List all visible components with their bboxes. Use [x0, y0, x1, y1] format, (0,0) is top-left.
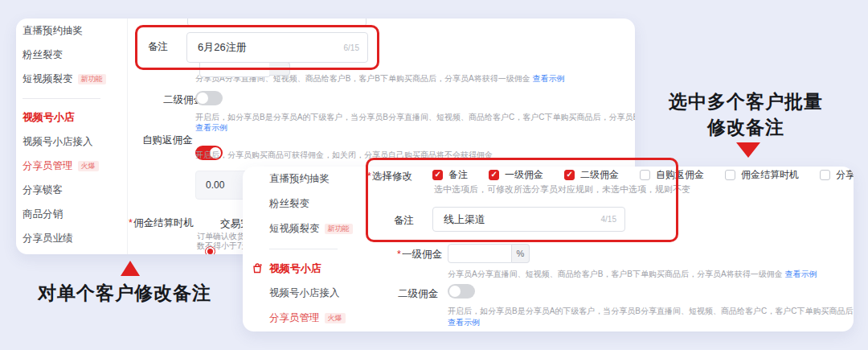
select-option[interactable]: 备注 — [432, 168, 468, 182]
select-option[interactable]: 一级佣金 — [489, 168, 543, 182]
checkbox[interactable] — [725, 170, 735, 180]
note-char-counter: 4/15 — [601, 215, 624, 224]
label-text: 选择修改 — [372, 171, 412, 182]
self-rebate-helper: 开启后，分享员购买商品可获得佣金，如关闭，分享员自己购买商品将不会获得佣金 — [195, 150, 493, 160]
single-edit-callout: 对单个客户修改备注 — [28, 280, 221, 306]
batch-edit-callout: 选中多个客户批量 修改备注 — [657, 89, 834, 140]
screenshot-canvas: 直播预约抽奖 粉丝裂变 短视频裂变 新功能 — [0, 0, 868, 350]
modify-options-row: 备注 一级佣金 二级佣金 自购返佣金 — [432, 168, 854, 182]
select-option[interactable]: 分享员 — [820, 168, 854, 182]
clipped-percent-suffix — [269, 62, 290, 76]
select-modify-label: *选择修改 — [367, 170, 412, 183]
second-commission-label: 二级佣金 — [398, 287, 438, 301]
first-commission-label: *一级佣金 — [397, 248, 442, 261]
note-label: 备注 — [148, 40, 168, 54]
batch-note-input[interactable]: 线上渠道 4/15 — [432, 207, 625, 232]
required-asterisk: * — [129, 217, 133, 229]
view-example-link[interactable]: 查看示例 — [448, 318, 480, 327]
select-option[interactable]: 二级佣金 — [564, 168, 619, 182]
checkbox[interactable] — [489, 170, 499, 180]
view-example-link[interactable]: 查看示例 — [195, 123, 227, 132]
option-label: 自购返佣金 — [656, 168, 704, 182]
label-text: 一级佣金 — [402, 249, 442, 260]
callout-line2: 修改备注 — [657, 114, 834, 140]
option-label: 一级佣金 — [505, 168, 543, 182]
helper-text: 开启后，如分享员B是分享员A的下级客户，当分享员B分享直播间、短视频、商品给客户… — [195, 113, 635, 121]
note-input[interactable]: 6月26注册 6/15 — [186, 32, 368, 63]
clipped-commission-input[interactable] — [199, 62, 271, 77]
panel2-form: *选择修改 备注 一级佣金 二级佣金 — [243, 167, 854, 331]
toggle-knob — [449, 286, 461, 297]
second-commission-helper: 开启后，如分享员B是分享员A的下级客户，当分享员B分享直播间、短视频、商品给客户… — [448, 306, 854, 316]
second-commission-helper: 开启后，如分享员B是分享员A的下级客户，当分享员B分享直播间、短视频、商品给客户… — [195, 112, 635, 122]
note-char-counter: 6/15 — [344, 43, 367, 52]
arrow-down-icon — [736, 142, 760, 158]
callout-line1: 选中多个客户批量 — [657, 89, 834, 114]
clipped-top-input[interactable] — [187, 19, 366, 27]
second-commission-toggle[interactable] — [448, 284, 475, 299]
option-label: 二级佣金 — [580, 168, 619, 182]
helper-text: 分享员A分享直播间、短视频、商品给客户B，客户B下单购买商品后，分享员A将获得一… — [448, 270, 783, 278]
checkbox[interactable] — [432, 170, 443, 180]
view-example-row: 查看示例 — [448, 317, 480, 327]
helper-text: 开启后，分享员购买商品可获得佣金，如关闭，分享员自己购买商品将不会获得佣金 — [195, 150, 493, 159]
select-option[interactable]: 佣金结算时机 — [725, 168, 799, 182]
label-text: 佣金结算时机 — [133, 217, 194, 229]
view-example-link[interactable]: 查看示例 — [532, 74, 564, 83]
required-asterisk: * — [367, 171, 371, 182]
settle-label: *佣金结算时机 — [129, 216, 194, 230]
checkbox[interactable] — [640, 170, 650, 180]
select-modify-helper: 选中选项后，可修改所选分享员对应规则，未选中选项，规则不变 — [434, 184, 690, 195]
toggle-knob — [197, 93, 208, 104]
self-rebate-label: 自购返佣金 — [142, 134, 193, 147]
second-commission-toggle[interactable] — [195, 91, 223, 105]
batch-edit-panel: 直播预约抽奖 粉丝裂变 短视频裂变 新功能 — [243, 167, 854, 331]
first-commission-helper: 分享员A分享直播间、短视频、商品给客户B，客户B下单购买商品后，分享员A将获得一… — [448, 269, 817, 279]
percent-suffix: % — [512, 244, 530, 263]
settle-note-2: 数不得小于7天 — [197, 241, 250, 251]
option-label: 备注 — [448, 168, 468, 182]
view-example-link[interactable]: 查看示例 — [784, 270, 817, 278]
checkbox[interactable] — [820, 170, 830, 180]
option-label: 佣金结算时机 — [741, 168, 799, 182]
note-value: 6月26注册 — [187, 40, 344, 55]
view-example-row: 查看示例 — [195, 122, 227, 133]
checkbox[interactable] — [564, 170, 575, 180]
required-asterisk: * — [397, 249, 401, 260]
note-value: 线上渠道 — [433, 212, 601, 227]
option-label: 分享员 — [836, 168, 854, 182]
arrow-up-icon — [121, 261, 140, 276]
select-option[interactable]: 自购返佣金 — [640, 168, 704, 182]
helper-text: 开启后，如分享员B是分享员A的下级客户，当分享员B分享直播间、短视频、商品给客户… — [448, 307, 854, 315]
batch-note-label: 备注 — [394, 214, 414, 228]
first-commission-input[interactable] — [448, 244, 512, 263]
